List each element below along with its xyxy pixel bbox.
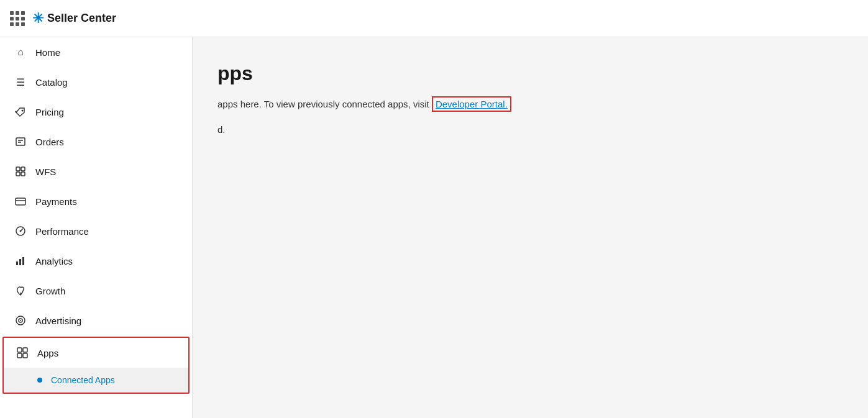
svg-rect-8 [16,198,25,205]
sidebar-item-orders[interactable]: Orders [0,127,192,157]
sidebar-item-analytics[interactable]: Analytics [0,246,192,276]
sidebar-item-connected-apps[interactable]: Connected Apps [4,368,188,393]
svg-rect-1 [16,138,25,145]
page-description: apps here. To view previously connected … [217,98,843,112]
orders-icon [14,135,27,148]
sidebar-item-wfs[interactable]: WFS [0,157,192,186]
connected-apps-label: Connected Apps [51,375,115,385]
sidebar-label-pricing: Pricing [35,107,180,117]
wfs-icon [14,165,27,178]
page-title: pps [217,62,843,85]
main-layout: Home Catalog Pricing Or [0,37,868,418]
main-content: pps apps here. To view previously connec… [193,37,868,418]
sidebar-item-catalog[interactable]: Catalog [0,67,192,97]
svg-rect-12 [16,261,18,265]
apps-section: Apps Connected Apps [2,337,190,394]
connected-apps-dot [37,378,42,383]
logo-area: ✳ Seller Center [32,11,116,27]
svg-rect-7 [21,172,25,176]
svg-rect-14 [22,257,24,265]
sidebar-label-catalog: Catalog [35,77,180,88]
sidebar-item-home[interactable]: Home [0,37,192,67]
no-apps-text: d. [217,124,843,135]
svg-point-18 [20,320,21,321]
sidebar-item-pricing[interactable]: Pricing [0,97,192,127]
description-prefix-text: apps here. To view previously connected … [217,99,429,109]
sidebar-item-performance[interactable]: Performance [0,216,192,246]
svg-point-0 [22,110,24,112]
catalog-icon [14,76,27,88]
svg-rect-13 [19,259,21,265]
sidebar-label-payments: Payments [35,196,180,207]
sidebar-label-apps: Apps [37,348,176,358]
svg-rect-4 [16,167,20,171]
advertising-icon [14,314,27,327]
walmart-spark-icon: ✳ [32,11,43,27]
svg-rect-22 [23,353,27,358]
svg-rect-19 [17,348,22,352]
sidebar-label-orders: Orders [35,137,180,147]
payments-icon [14,195,27,207]
svg-rect-21 [17,353,22,358]
sidebar-label-analytics: Analytics [35,256,180,266]
sidebar-label-performance: Performance [35,226,180,237]
svg-rect-20 [23,348,27,352]
svg-point-11 [20,230,22,232]
apps-icon [16,347,29,359]
svg-rect-6 [16,172,20,176]
sidebar-item-payments[interactable]: Payments [0,186,192,216]
sidebar-label-growth: Growth [35,286,180,296]
svg-rect-5 [21,167,25,171]
sidebar-item-growth[interactable]: Growth [0,276,192,306]
analytics-icon [14,255,27,267]
sidebar-item-advertising[interactable]: Advertising [0,306,192,335]
pricing-icon [14,106,27,118]
app-title: Seller Center [47,12,116,25]
growth-icon [14,284,27,297]
developer-portal-link[interactable]: Developer Portal. [432,96,511,112]
sidebar-item-apps[interactable]: Apps [4,338,188,368]
grid-menu-icon[interactable] [10,11,25,26]
performance-icon [14,225,27,237]
app-header: ✳ Seller Center [0,0,868,37]
sidebar: Home Catalog Pricing Or [0,37,193,418]
sidebar-label-wfs: WFS [35,166,180,177]
home-icon [14,46,27,58]
sidebar-label-advertising: Advertising [35,316,180,326]
sidebar-label-home: Home [35,47,180,58]
